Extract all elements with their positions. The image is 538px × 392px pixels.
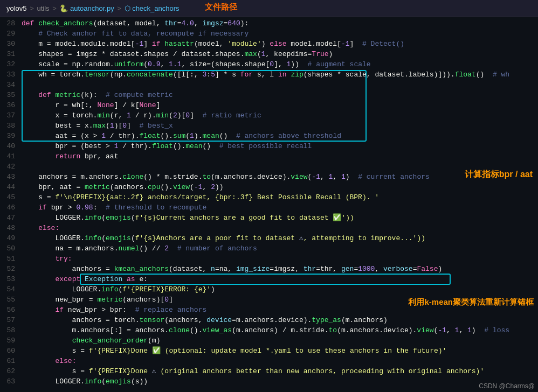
- title-bar: yolov5 > utils > 🐍 autoanchor.py > ⬡ che…: [0, 0, 538, 17]
- code-line: 28 def check_anchors(dataset, model, thr…: [0, 18, 538, 29]
- code-line: 36 r = wh[:, None] / k[None]: [0, 100, 538, 110]
- code-line: 57 anchors = torch.tensor(anchors, devic…: [0, 315, 538, 325]
- code-line: 60 s = f'{PREFIX}Done ✅ (optional: updat…: [0, 346, 538, 356]
- code-line: 54 LOGGER.info(f'{PREFIX}ERROR: {e}'): [0, 284, 538, 295]
- code-line: 33 wh = torch.tensor(np.concatenate([l[:…: [0, 69, 538, 80]
- code-line: 48 else:: [0, 223, 538, 233]
- code-line: 37 x = torch.min(r, 1 / r).min(2)[0] # r…: [0, 110, 538, 121]
- code-line: 29 # Check anchor fit to data, recompute…: [0, 29, 538, 39]
- code-line: 47 LOGGER.info(emojis(f'{s}Current ancho…: [0, 213, 538, 223]
- title-annotation: 文件路径: [205, 2, 237, 12]
- code-line: 31 shapes = imgsz * dataset.shapes / dat…: [0, 49, 538, 59]
- code-line: 52 anchors = kmean_anchors(dataset, n=na…: [0, 264, 538, 274]
- code-line: 45 s = f'\n{PREFIX}{aat:.2f} anchors/tar…: [0, 192, 538, 202]
- breadcrumb: yolov5 > utils > 🐍 autoanchor.py > ⬡ che…: [6, 4, 180, 12]
- code-line: 43 anchors = m.anchors.clone() * m.strid…: [0, 172, 538, 182]
- code-line: 59 check_anchor_order(m): [0, 335, 538, 346]
- code-line: 44 bpr, aat = metric(anchors.cpu().view(…: [0, 182, 538, 192]
- code-line: 49 LOGGER.info(emojis(f'{s}Anchors are a…: [0, 233, 538, 243]
- kmean-annotation: 利用k-mean聚类算法重新计算锚框: [408, 297, 534, 307]
- code-line: 39 aat = (x > 1 / thr).float().sum(1).me…: [0, 131, 538, 141]
- code-line: 61 else:: [0, 356, 538, 366]
- code-line: 34: [0, 80, 538, 90]
- code-line: 58 m.anchors[:] = anchors.clone().view_a…: [0, 325, 538, 335]
- code-area: 28 def check_anchors(dataset, model, thr…: [0, 17, 538, 392]
- code-line: 63 LOGGER.info(emojis(s)): [0, 376, 538, 387]
- watermark: CSDN @Charms@: [479, 382, 535, 390]
- code-line: 51 try:: [0, 254, 538, 264]
- code-line: 40 bpr = (best > 1 / thr).float().mean()…: [0, 141, 538, 151]
- code-line: 50 na = m.anchors.numel() // 2 # number …: [0, 243, 538, 254]
- code-line: 38 best = x.max(1)[0] # best_x: [0, 121, 538, 131]
- code-line: 53 except Exception as e:: [0, 274, 538, 284]
- code-line: 32 scale = np.random.uniform(0.9, 1.1, s…: [0, 59, 538, 69]
- code-line: 46 if bpr > 0.98: # threshold to recompu…: [0, 202, 538, 213]
- code-line: 41 return bpr, aat: [0, 151, 538, 162]
- code-line: 42: [0, 162, 538, 172]
- metric-annotation: 计算指标bpr / aat: [465, 169, 533, 180]
- code-line: 35 def metric(k): # compute metric: [0, 90, 538, 100]
- code-line: 62 s = f'{PREFIX}Done ⚠ (original anchor…: [0, 366, 538, 376]
- code-line: 30 m = model.module.model[-1] if hasattr…: [0, 39, 538, 49]
